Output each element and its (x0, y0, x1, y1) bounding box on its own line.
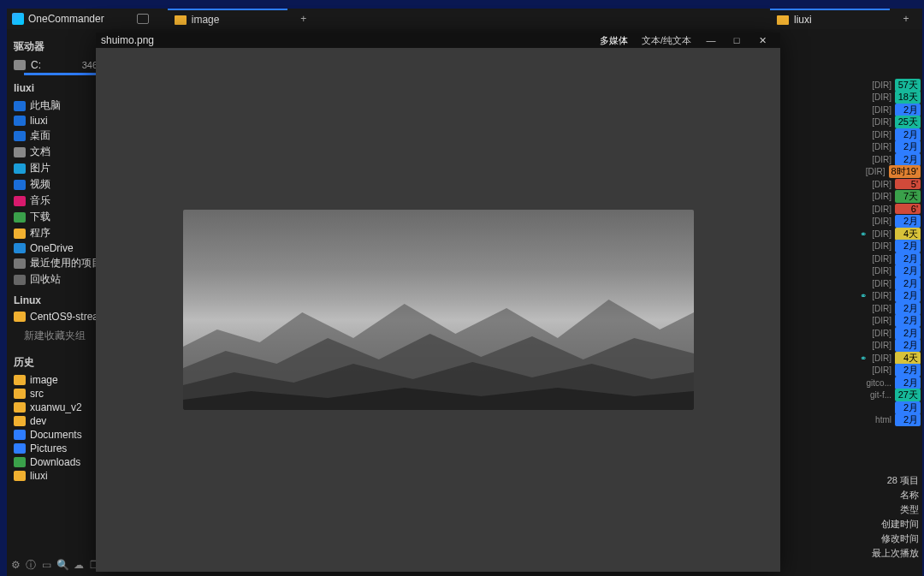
window-box-icon[interactable] (137, 14, 149, 24)
sidebar-linux-0[interactable]: CentOS9-stream (7, 310, 103, 324)
item-icon (14, 243, 26, 253)
sidebar-history-5[interactable]: Pictures (7, 442, 103, 455)
file-row-15[interactable]: [DIR]2月 (856, 265, 922, 278)
item-icon (14, 430, 26, 440)
row-type: [DIR] (872, 92, 891, 102)
row-age: 4天 (895, 352, 921, 365)
sidebar-user-3[interactable]: 文档 (7, 144, 103, 160)
file-row-11[interactable]: [DIR]2月 (856, 216, 922, 229)
sidebar-user-0[interactable]: 此电脑 (7, 98, 103, 114)
sidebar-user-1[interactable]: liuxi (7, 114, 103, 128)
item-label: liuxi (30, 470, 48, 482)
row-age: 2月 (895, 302, 921, 315)
sidebar-history-0[interactable]: image (7, 373, 103, 387)
item-icon (14, 131, 26, 141)
preview-window: shuimo.png 多媒体 文本/纯文本 — □ ✕ (96, 33, 780, 572)
item-label: 此电脑 (30, 98, 61, 113)
add-tab-right[interactable]: + (900, 13, 912, 25)
sidebar-user-7[interactable]: 下载 (7, 209, 103, 225)
prop-name: 名称 (872, 488, 919, 502)
item-label: liuxi (30, 115, 48, 127)
tab-liuxi[interactable]: liuxi (770, 9, 890, 29)
tab-image[interactable]: image (168, 9, 287, 29)
file-row-1[interactable]: [DIR]18天 (856, 92, 922, 104)
file-row-14[interactable]: [DIR]2月 (856, 252, 922, 265)
row-age: 5' (895, 179, 921, 189)
file-row-25[interactable]: git-f...27天 (856, 389, 922, 402)
file-row-3[interactable]: [DIR]25天 (856, 116, 922, 129)
sidebar-user-10[interactable]: 最近使用的项目 (7, 255, 103, 271)
sidebar-user-9[interactable]: OneDrive (7, 241, 103, 255)
info-icon[interactable]: ⓘ (26, 559, 36, 571)
tab-multimedia[interactable]: 多媒体 (593, 33, 635, 49)
file-row-23[interactable]: [DIR]2月 (856, 365, 922, 377)
row-type: [DIR] (872, 142, 891, 151)
tab-label: liuxi (794, 14, 812, 26)
file-row-0[interactable]: [DIR]57天 (856, 79, 922, 92)
sidebar-history-4[interactable]: Documents (7, 428, 103, 442)
row-age: 2月 (895, 314, 921, 327)
app-name: OneCommander (28, 13, 104, 25)
sidebar-user-6[interactable]: 音乐 (7, 193, 103, 209)
file-row-22[interactable]: ⚭[DIR]4天 (856, 352, 922, 365)
sidebar-history-2[interactable]: xuanwu_v2 (7, 401, 103, 414)
row-age: 2月 (895, 401, 921, 414)
minimize-button[interactable]: — (698, 35, 724, 45)
file-row-8[interactable]: [DIR]5' (856, 178, 922, 191)
file-row-5[interactable]: [DIR]2月 (856, 141, 922, 154)
user-header: liuxi (7, 75, 103, 98)
tab-textplain[interactable]: 文本/纯文本 (635, 33, 698, 49)
file-row-7[interactable]: [DIR]8时19' (856, 166, 922, 179)
maximize-button[interactable]: □ (724, 35, 749, 45)
new-favorite-group[interactable]: 新建收藏夹组 (7, 324, 103, 348)
sidebar-history-7[interactable]: liuxi (7, 469, 103, 483)
layout-icon[interactable]: ▭ (41, 559, 51, 571)
row-age: 2月 (895, 413, 921, 426)
sidebar-history-6[interactable]: Downloads (7, 455, 103, 469)
item-icon (14, 180, 26, 190)
file-row-10[interactable]: [DIR]6' (856, 203, 922, 216)
file-row-24[interactable]: gitco...2月 (856, 377, 922, 389)
sidebar-user-5[interactable]: 视频 (7, 176, 103, 193)
item-label: src (30, 388, 44, 400)
file-row-26[interactable]: 2月 (856, 401, 922, 414)
sidebar-user-11[interactable]: 回收站 (7, 271, 103, 288)
row-age: 18天 (895, 91, 921, 104)
sidebar-user-4[interactable]: 图片 (7, 160, 103, 176)
row-age: 2月 (895, 153, 921, 166)
file-row-21[interactable]: [DIR]2月 (856, 340, 922, 353)
drive-c[interactable]: C: 346 (7, 57, 103, 71)
item-icon (14, 163, 26, 174)
file-row-13[interactable]: [DIR]2月 (856, 240, 922, 253)
row-age: 27天 (895, 389, 921, 401)
cloud-icon[interactable]: ☁ (74, 559, 84, 571)
close-button[interactable]: ✕ (749, 35, 775, 46)
row-type: [DIR] (872, 130, 891, 140)
search-icon[interactable]: 🔍 (56, 559, 68, 571)
link-icon: ⚭ (860, 291, 867, 300)
file-row-12[interactable]: ⚭[DIR]4天 (856, 228, 922, 240)
file-row-16[interactable]: [DIR]2月 (856, 277, 922, 290)
row-type: [DIR] (872, 291, 891, 300)
add-tab-left[interactable]: + (298, 13, 310, 25)
preview-body (96, 48, 780, 572)
prop-modified: 修改时间 (872, 531, 919, 546)
row-type: gitco... (867, 378, 891, 388)
prop-created: 创建时间 (872, 517, 919, 531)
item-label: xuanwu_v2 (30, 401, 82, 413)
sidebar-history-3[interactable]: dev (7, 414, 103, 428)
file-row-27[interactable]: html2月 (856, 414, 922, 427)
file-row-4[interactable]: [DIR]2月 (856, 128, 922, 141)
file-row-6[interactable]: [DIR]2月 (856, 153, 922, 166)
sidebar-user-8[interactable]: 程序 (7, 225, 103, 241)
file-row-20[interactable]: [DIR]2月 (856, 327, 922, 340)
item-label: 最近使用的项目 (30, 256, 98, 270)
sidebar-user-2[interactable]: 桌面 (7, 128, 103, 144)
file-row-18[interactable]: [DIR]2月 (856, 302, 922, 315)
sidebar-history-1[interactable]: src (7, 387, 103, 401)
file-row-9[interactable]: [DIR]7天 (856, 191, 922, 204)
file-row-19[interactable]: [DIR]2月 (856, 315, 922, 328)
file-row-2[interactable]: [DIR]2月 (856, 104, 922, 116)
gear-icon[interactable]: ⚙ (10, 559, 21, 571)
file-row-17[interactable]: ⚭[DIR]2月 (856, 290, 922, 303)
